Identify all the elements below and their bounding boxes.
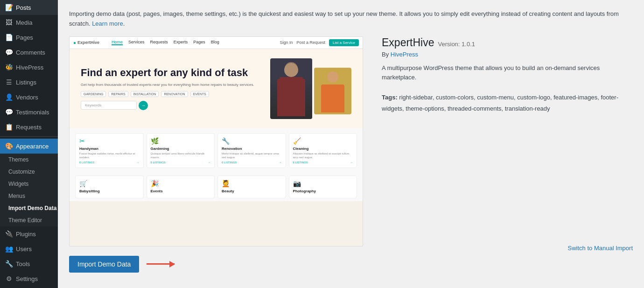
sidebar-label-posts: Posts: [16, 4, 31, 11]
requests-icon: 📋: [5, 123, 13, 131]
theme-info-column: ExpertHive Version: 1.0.1 By HivePress A…: [382, 36, 633, 252]
card-1-icon: 🌿: [151, 137, 211, 145]
sidebar-item-menus[interactable]: Menus: [0, 190, 58, 202]
widgets-label: Widgets: [8, 181, 28, 187]
sidebar-item-requests[interactable]: 📋 Requests: [0, 119, 58, 134]
plugins-icon: 🔌: [5, 230, 13, 238]
card-2-footer: 6 LISTINGS →: [222, 161, 282, 164]
nav-pages: Pages: [193, 40, 205, 45]
sidebar-item-vendors[interactable]: 👤 Vendors: [0, 90, 58, 105]
sidebar-item-testimonials[interactable]: 💬 Testimonials: [0, 105, 58, 119]
import-demo-label: Import Demo Data: [8, 205, 56, 211]
tags-list: right-sidebar, custom-colors, custom-men…: [382, 94, 618, 112]
sidebar-item-settings[interactable]: ⚙ Settings: [0, 271, 58, 286]
sidebar-item-import-demo[interactable]: Import Demo Data: [0, 202, 58, 214]
card-1-text: Quisque tempor uma libero vehicula bland…: [151, 152, 211, 160]
sidebar-label-listings: Listings: [16, 79, 36, 86]
card2-0-icon: 🛒: [79, 180, 140, 187]
users-icon: 👥: [5, 245, 13, 253]
listings-icon: ☰: [5, 78, 13, 86]
list-service-btn: List a Service: [329, 39, 359, 46]
sidebar-item-tools[interactable]: 🔧 Tools: [0, 256, 58, 271]
arrow-indicator: [147, 263, 175, 265]
card-1: 🌿 Gardening Quisque tempor uma libero ve…: [147, 133, 215, 169]
intro-text: Importing demo data (post, pages, images…: [69, 9, 633, 29]
preview-logo: ● ExpertHive: [73, 40, 99, 45]
comments-icon: 💬: [5, 49, 13, 56]
hero-tags: GARDENING REPAIRS INSTALLATION RENOVATIO…: [81, 91, 266, 97]
card-3-title: Cleaning: [293, 147, 353, 151]
sidebar-item-plugins[interactable]: 🔌 Plugins: [0, 226, 58, 241]
sidebar-item-users[interactable]: 👥 Users: [0, 241, 58, 256]
sidebar-item-collapse[interactable]: ◀ Collapse menu: [0, 286, 58, 288]
preview-column: ● ExpertHive Home Services Requests Expe…: [69, 36, 368, 273]
card-3-text: Aliquam tristique ac eleifend et suscipi…: [293, 152, 353, 160]
sidebar-item-themes[interactable]: Themes: [0, 154, 58, 166]
switch-manual-link[interactable]: Switch to Manual Import: [568, 245, 633, 252]
card-3-footer: 6 LISTINGS →: [293, 161, 353, 164]
card2-0: 🛒 Babysitting: [75, 176, 144, 198]
media-icon: 🖼: [5, 19, 13, 26]
preview-nav: Home Services Requests Experts Pages Blo…: [112, 40, 219, 45]
settings-icon: ⚙: [5, 275, 13, 282]
theme-tags: Tags: right-sidebar, custom-colors, cust…: [382, 92, 633, 114]
sidebar-item-pages[interactable]: 📄 Pages: [0, 30, 58, 45]
sidebar-label-comments: Comments: [16, 49, 45, 56]
hero-search-btn: →: [139, 101, 148, 110]
card2-2-icon: 💆: [222, 180, 282, 187]
nav-requests: Requests: [150, 40, 168, 45]
theme-name-text: ExpertHive: [382, 36, 434, 49]
hero-tag-2: INSTALLATION: [131, 91, 159, 97]
theme-preview: ● ExpertHive Home Services Requests Expe…: [69, 36, 363, 246]
card-2: 🔧 Renovation Morbi tristique ac eleifend…: [217, 133, 286, 169]
menus-label: Menus: [8, 193, 25, 199]
card-2-icon: 🔧: [222, 137, 282, 145]
card-0-icon: ✂: [79, 137, 140, 145]
sidebar-item-comments[interactable]: 💬 Comments: [0, 45, 58, 60]
sidebar-item-theme-editor[interactable]: Theme Editor: [0, 214, 58, 226]
hero-tag-1: REPAIRS: [108, 91, 128, 97]
author-link[interactable]: HivePress: [391, 51, 418, 58]
sidebar-label-pages: Pages: [16, 34, 33, 41]
vendors-icon: 👤: [5, 93, 13, 101]
theme-name: ExpertHive Version: 1.0.1: [382, 36, 633, 49]
sidebar-item-hivepress[interactable]: 🐝 HivePress: [0, 60, 58, 75]
hero-tag-4: EVENTS: [190, 91, 209, 97]
preview-cards-row1: ✂ Handyman Fusce feugiat sodales tortor,…: [70, 128, 363, 173]
tools-icon: 🔧: [5, 260, 13, 267]
themes-label: Themes: [8, 156, 28, 163]
sidebar-item-listings[interactable]: ☰ Listings: [0, 75, 58, 90]
card-0: ✂ Handyman Fusce feugiat sodales tortor,…: [75, 133, 144, 169]
content-area: ● ExpertHive Home Services Requests Expe…: [69, 36, 633, 273]
sidebar-label-tools: Tools: [16, 260, 30, 267]
card2-2: 💆 Beauty: [217, 176, 286, 198]
card2-3-title: Photography: [293, 189, 353, 193]
sidebar-label-settings: Settings: [16, 275, 38, 282]
card2-3: 📷 Photography: [289, 176, 357, 198]
card-0-title: Handyman: [79, 147, 140, 151]
signin-text: Sign In: [280, 40, 293, 45]
nav-blog: Blog: [211, 40, 219, 45]
pages-icon: 📄: [5, 34, 13, 41]
card2-1-title: Events: [151, 189, 211, 193]
sidebar-item-customize[interactable]: Customize: [0, 166, 58, 178]
sidebar-item-widgets[interactable]: Widgets: [0, 178, 58, 190]
card-3: 🧹 Cleaning Aliquam tristique ac eleifend…: [289, 133, 357, 169]
hero-image-person1: [270, 58, 312, 119]
hero-tag-0: GARDENING: [81, 91, 106, 97]
sidebar-item-posts[interactable]: 📝 Posts: [0, 0, 58, 15]
posts-icon: 📝: [5, 4, 13, 11]
switch-manual-container: Switch to Manual Import: [382, 114, 633, 252]
sidebar-item-media[interactable]: 🖼 Media: [0, 15, 58, 30]
import-demo-button[interactable]: Import Demo Data: [69, 256, 139, 273]
card2-1-icon: 🎉: [151, 180, 211, 187]
learn-more-link[interactable]: Learn more: [92, 20, 123, 27]
nav-services: Services: [128, 40, 145, 45]
sidebar-label-media: Media: [16, 19, 32, 26]
sidebar-item-appearance[interactable]: 🎨 Appearance: [0, 139, 58, 154]
hivepress-icon: 🐝: [5, 63, 13, 71]
card-1-title: Gardening: [151, 147, 211, 151]
card-2-text: Morbi tristique ac eleifend, augue tempo…: [222, 152, 282, 160]
theme-version: Version: 1.0.1: [438, 41, 475, 48]
bottom-bar: Import Demo Data: [69, 256, 368, 273]
